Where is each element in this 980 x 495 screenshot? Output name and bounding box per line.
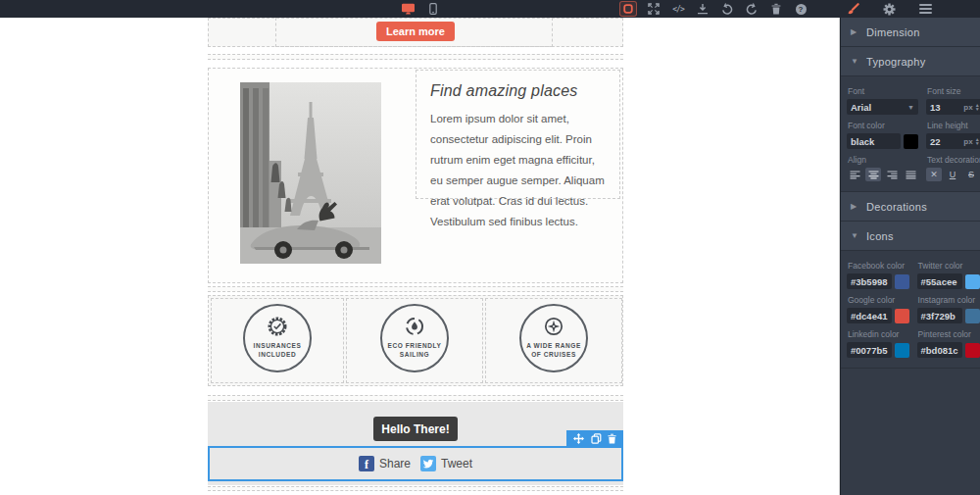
editor-canvas[interactable]: Learn more xyxy=(0,18,840,495)
share-label: Share xyxy=(379,457,411,470)
instagram-color-label: Instagram color xyxy=(918,295,980,305)
align-right-button[interactable] xyxy=(884,168,900,181)
delete-icon[interactable] xyxy=(608,433,616,444)
facebook-icon: f xyxy=(359,456,374,471)
chevron-right-icon: ▶ xyxy=(851,27,858,36)
instagram-color-swatch[interactable] xyxy=(965,309,980,323)
google-color-swatch[interactable] xyxy=(895,309,909,323)
move-icon[interactable] xyxy=(573,433,584,444)
style-manager-brush-icon[interactable] xyxy=(845,1,860,17)
linkedin-color-input[interactable]: #0077b5 xyxy=(847,342,892,358)
facebook-share-button[interactable]: f Share xyxy=(359,456,411,471)
font-color-label: Font color xyxy=(848,121,918,130)
font-size-label: Font size xyxy=(927,86,980,96)
decoration-none-button[interactable]: ✕ xyxy=(926,168,942,181)
selection-toolbar xyxy=(566,430,623,447)
email-section-footer[interactable]: Hello There! f Share xyxy=(208,402,623,485)
email-section-hero[interactable]: Learn more xyxy=(208,18,623,47)
email-divider-strip[interactable] xyxy=(208,54,623,60)
badge-label: ECO FRIENDLY xyxy=(388,342,442,351)
action-toolbar: </> ? xyxy=(619,0,808,18)
decoration-underline-button[interactable]: U xyxy=(945,168,960,181)
device-desktop-icon[interactable] xyxy=(400,1,416,17)
email-divider-strip[interactable] xyxy=(208,486,623,491)
twitter-color-swatch[interactable] xyxy=(965,274,980,289)
stepper-arrows[interactable]: ▲▼ xyxy=(975,103,980,111)
align-center-button[interactable] xyxy=(865,168,881,181)
twitter-tweet-button[interactable]: Tweet xyxy=(420,456,472,471)
line-height-label: Line height xyxy=(927,121,980,130)
email-section-feature[interactable]: Find amazing places Lorem ipsum dolor si… xyxy=(208,68,623,283)
redo-icon[interactable] xyxy=(744,1,760,17)
font-color-input[interactable]: black xyxy=(847,133,901,149)
pinterest-color-swatch[interactable] xyxy=(965,343,980,358)
font-size-input[interactable]: 13 px ▲▼ xyxy=(926,99,980,115)
font-value: Arial xyxy=(851,102,907,113)
linkedin-color-swatch[interactable] xyxy=(895,343,909,358)
align-left-button[interactable] xyxy=(847,168,862,181)
email-builder-app: </> ? xyxy=(0,0,980,495)
section-title: Icons xyxy=(866,230,894,242)
learn-more-button[interactable]: Learn more xyxy=(376,22,455,41)
google-color-input[interactable]: #dc4e41 xyxy=(847,308,892,323)
font-size-value: 13 xyxy=(930,102,963,113)
settings-gear-icon[interactable] xyxy=(881,1,897,17)
help-icon[interactable]: ? xyxy=(793,1,808,17)
line-height-input[interactable]: 22 px ▲▼ xyxy=(926,133,980,149)
copy-icon[interactable] xyxy=(591,433,602,444)
icons-fields: Facebook color #3b5998 Twitter color #55… xyxy=(841,251,980,369)
undo-icon[interactable] xyxy=(719,1,735,17)
font-color-swatch[interactable] xyxy=(904,134,918,149)
section-typography[interactable]: ▼ Typography xyxy=(841,47,980,76)
section-title: Typography xyxy=(866,56,925,68)
text-decoration-label: Text decoration xyxy=(927,155,980,165)
align-justify-button[interactable] xyxy=(903,168,918,181)
section-icons[interactable]: ▼ Icons xyxy=(841,222,980,251)
align-label: Align xyxy=(848,155,918,165)
layer-manager-icon[interactable] xyxy=(917,1,933,17)
email-divider-strip[interactable] xyxy=(208,286,623,292)
badge-label: OF CRUISES xyxy=(531,351,576,360)
section-decorations[interactable]: ▶ Decorations xyxy=(841,192,980,222)
badge-eco-friendly[interactable]: ECO FRIENDLY SAILING xyxy=(346,298,483,383)
feature-paragraph[interactable]: Lorem ipsum dolor sit amet, consectetur … xyxy=(430,109,610,232)
twitter-icon xyxy=(420,456,436,471)
twitter-color-input[interactable]: #55acee xyxy=(917,273,962,289)
chevron-right-icon: ▶ xyxy=(851,202,858,211)
section-dimension[interactable]: ▶ Dimension xyxy=(841,18,980,47)
fullscreen-icon[interactable] xyxy=(646,1,662,17)
chevron-down-icon: ▼ xyxy=(907,104,914,111)
pinterest-color-input[interactable]: #bd081c xyxy=(917,342,962,358)
font-color-value: black xyxy=(851,136,897,147)
decoration-strikethrough-button[interactable]: S xyxy=(963,168,979,181)
hello-there-button[interactable]: Hello There! xyxy=(373,417,458,441)
linkedin-color-label: Linkedin color xyxy=(848,329,909,339)
email-divider-strip[interactable] xyxy=(208,395,623,401)
email-section-badges[interactable]: INSURANCES INCLUDED ECO FRIENDLY SAILING… xyxy=(208,295,623,386)
style-manager-panel: ▶ Dimension ▼ Typography Font Arial ▼ Fo… xyxy=(840,18,980,495)
badge-label: INSURANCES xyxy=(254,342,302,351)
feature-heading[interactable]: Find amazing places xyxy=(430,82,610,100)
clear-canvas-trash-icon[interactable] xyxy=(768,1,784,17)
badge-insurances[interactable]: INSURANCES INCLUDED xyxy=(211,298,344,383)
feature-photo[interactable] xyxy=(240,82,381,264)
toggle-borders-icon[interactable] xyxy=(619,1,637,17)
facebook-color-input[interactable]: #3b5998 xyxy=(847,273,892,289)
badge-cruise-range[interactable]: A WIDE RANGE OF CRUISES xyxy=(485,298,622,383)
feature-text-cell[interactable]: Find amazing places Lorem ipsum dolor si… xyxy=(416,70,620,199)
tweet-label: Tweet xyxy=(441,457,472,470)
line-height-value: 22 xyxy=(930,136,963,147)
facebook-color-swatch[interactable] xyxy=(895,274,909,289)
stepper-arrows[interactable]: ▲▼ xyxy=(975,137,980,145)
device-switcher xyxy=(400,0,441,18)
instagram-color-input[interactable]: #3f729b xyxy=(917,308,962,323)
font-select[interactable]: Arial ▼ xyxy=(847,99,918,115)
badge-circle: INSURANCES INCLUDED xyxy=(243,304,312,372)
pinterest-color-label: Pinterest color xyxy=(918,329,980,339)
blocks-icon[interactable] xyxy=(954,1,969,17)
device-mobile-icon[interactable] xyxy=(425,1,441,17)
import-icon[interactable] xyxy=(695,1,710,17)
selected-social-row[interactable]: f Share Tweet xyxy=(208,446,623,481)
top-toolbar: </> ? xyxy=(0,0,980,18)
open-code-icon[interactable]: </> xyxy=(670,1,686,17)
